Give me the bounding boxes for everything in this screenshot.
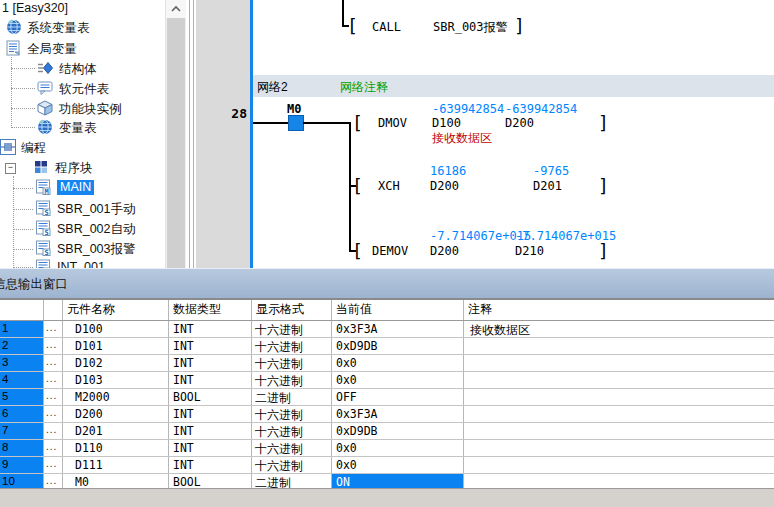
call-opcode[interactable]: CALL: [372, 21, 401, 34]
contact-icon: [0, 139, 16, 155]
network-comment[interactable]: 网络注释: [340, 79, 388, 96]
cell-comment[interactable]: 接收数据区: [464, 321, 774, 337]
cell-comment[interactable]: [464, 338, 774, 354]
cell-comment[interactable]: [464, 440, 774, 456]
row-browse-button[interactable]: ...: [44, 440, 63, 456]
cell-display-format[interactable]: 十六进制: [252, 338, 332, 354]
call-operand[interactable]: SBR_003报警: [433, 21, 508, 34]
row-browse-button[interactable]: ...: [44, 355, 63, 371]
row-browse-button[interactable]: ...: [44, 372, 63, 388]
cell-display-format[interactable]: 十六进制: [252, 423, 332, 439]
cell-current-value[interactable]: 0x3F3A: [332, 321, 464, 337]
cell-comment[interactable]: [464, 406, 774, 422]
header-data-type: 数据类型: [169, 300, 252, 320]
scrollbar-thumb[interactable]: [167, 18, 185, 268]
horizontal-scrollbar[interactable]: [0, 488, 774, 507]
cell-data-type[interactable]: INT: [169, 457, 252, 473]
cell-comment[interactable]: [464, 423, 774, 439]
header-current-value: 当前值: [332, 300, 464, 320]
cell-display-format[interactable]: 十六进制: [252, 440, 332, 456]
cell-data-type[interactable]: INT: [169, 423, 252, 439]
tree-connector: [11, 127, 35, 128]
row-browse-button[interactable]: ...: [44, 457, 63, 473]
cell-current-value[interactable]: 0xD9DB: [332, 423, 464, 439]
open-bracket: [: [352, 114, 363, 132]
instruction-opcode[interactable]: DMOV: [378, 117, 407, 130]
table-row: 4 ... D103 INT 十六进制 0x0: [0, 372, 774, 389]
cell-current-value[interactable]: 0x3F3A: [332, 406, 464, 422]
row-number-cell[interactable]: 3: [0, 355, 44, 371]
tree-connector: [11, 108, 35, 109]
cell-display-format[interactable]: 十六进制: [252, 321, 332, 337]
row-number-cell[interactable]: 5: [0, 389, 44, 405]
cell-display-format[interactable]: 十六进制: [252, 372, 332, 388]
cell-element-name[interactable]: D111: [63, 457, 169, 473]
cell-current-value[interactable]: 0x0: [332, 457, 464, 473]
cell-data-type[interactable]: INT: [169, 321, 252, 337]
operand-name[interactable]: D100: [432, 117, 461, 130]
row-browse-button[interactable]: ...: [44, 389, 63, 405]
operand-value: 16186: [430, 165, 466, 178]
cell-data-type[interactable]: BOOL: [169, 389, 252, 405]
instruction-opcode[interactable]: XCH: [378, 180, 400, 193]
struct-icon: [37, 60, 53, 76]
close-bracket: ]: [514, 17, 525, 35]
row-number-cell[interactable]: 8: [0, 440, 44, 456]
cell-element-name[interactable]: D101: [63, 338, 169, 354]
cell-display-format[interactable]: 十六进制: [252, 406, 332, 422]
row-browse-button[interactable]: ...: [44, 338, 63, 354]
row-browse-button[interactable]: ...: [44, 423, 63, 439]
sidebar-vertical-scrollbar[interactable]: [165, 0, 186, 268]
cell-data-type[interactable]: INT: [169, 338, 252, 354]
output-panel-titlebar[interactable]: 信息输出窗口: [0, 268, 774, 299]
cell-display-format[interactable]: 十六进制: [252, 355, 332, 371]
cell-comment[interactable]: [464, 457, 774, 473]
cell-element-name[interactable]: D100: [63, 321, 169, 337]
cell-element-name[interactable]: D200: [63, 406, 169, 422]
row-number-cell[interactable]: 9: [0, 457, 44, 473]
header-browse: [44, 300, 63, 320]
cell-comment[interactable]: [464, 355, 774, 371]
instruction-opcode[interactable]: DEMOV: [372, 245, 408, 258]
rung-wire: [303, 122, 351, 124]
operand-name[interactable]: D200: [430, 245, 459, 258]
cell-current-value[interactable]: 0xD9DB: [332, 338, 464, 354]
row-number-cell[interactable]: 6: [0, 406, 44, 422]
operand-name[interactable]: D210: [515, 245, 544, 258]
cell-display-format[interactable]: 二进制: [252, 389, 332, 405]
cell-current-value[interactable]: 0x0: [332, 440, 464, 456]
cell-data-type[interactable]: INT: [169, 440, 252, 456]
table-row: 3 ... D102 INT 十六进制 0x0: [0, 355, 774, 372]
scroll-up-arrow-icon[interactable]: [166, 0, 186, 18]
row-browse-button[interactable]: ...: [44, 406, 63, 422]
operand-name[interactable]: D200: [430, 180, 459, 193]
cell-data-type[interactable]: INT: [169, 355, 252, 371]
row-browse-button[interactable]: ...: [44, 321, 63, 337]
program-doc-icon: S: [35, 220, 51, 236]
row-number-cell[interactable]: 4: [0, 372, 44, 388]
row-number-cell[interactable]: 7: [0, 423, 44, 439]
cell-display-format[interactable]: 十六进制: [252, 457, 332, 473]
cell-comment[interactable]: [464, 372, 774, 388]
cell-current-value[interactable]: 0x0: [332, 355, 464, 371]
cell-element-name[interactable]: D110: [63, 440, 169, 456]
row-number-cell[interactable]: 2: [0, 338, 44, 354]
cell-data-type[interactable]: INT: [169, 406, 252, 422]
network-header[interactable]: 网络2 网络注释: [253, 75, 774, 97]
operand-name[interactable]: D200: [505, 117, 534, 130]
row-number-cell[interactable]: 1: [0, 321, 44, 337]
cell-current-value[interactable]: 0x0: [332, 372, 464, 388]
cell-current-value[interactable]: OFF: [332, 389, 464, 405]
cell-data-type[interactable]: INT: [169, 372, 252, 388]
collapse-expander-icon[interactable]: −: [5, 163, 16, 174]
tree-connector: [11, 88, 35, 89]
cell-comment[interactable]: [464, 389, 774, 405]
panel-splitter[interactable]: [186, 0, 196, 268]
cell-element-name[interactable]: M2000: [63, 389, 169, 405]
cell-element-name[interactable]: D103: [63, 372, 169, 388]
cell-element-name[interactable]: D102: [63, 355, 169, 371]
globe-icon: [6, 19, 22, 35]
contact-m0[interactable]: [288, 115, 304, 131]
operand-name[interactable]: D201: [533, 180, 562, 193]
cell-element-name[interactable]: D201: [63, 423, 169, 439]
